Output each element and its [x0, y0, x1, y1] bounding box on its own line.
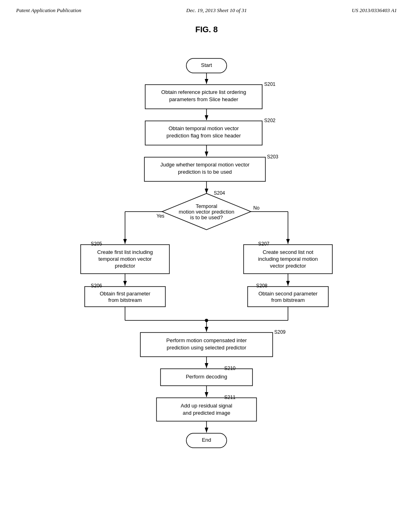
s208-text-line2: from bitstream — [271, 297, 305, 303]
end-label: End — [202, 437, 211, 443]
s211-box — [156, 398, 257, 421]
start-label: Start — [201, 62, 212, 68]
s204-text-line2: motion vector prediction — [179, 209, 234, 215]
s205-text-line2: temporal motion vector — [98, 256, 152, 262]
s210-text: Perform decoding — [186, 374, 227, 380]
s203-step: S203 — [267, 154, 278, 160]
header-left: Patent Application Publication — [16, 7, 81, 14]
diagram-container: Start Obtain reference picture list orde… — [0, 38, 413, 514]
s202-text-line2: prediction flag from slice header — [167, 133, 241, 139]
s209-step: S209 — [274, 329, 286, 335]
s202-step: S202 — [264, 118, 275, 123]
s209-text-line2: prediction using selected predictor — [167, 345, 246, 351]
s203-text-line2: prediction is to be used — [178, 169, 232, 175]
s201-text-line1: Obtain reference picture list ordering — [161, 89, 246, 95]
no-label: No — [253, 205, 260, 211]
s207-step: S207 — [258, 241, 269, 247]
header-right: US 2013/0336403 A1 — [352, 7, 397, 14]
page-header: Patent Application Publication Dec. 19, … — [0, 0, 413, 18]
s207-text-line1: Create second list not — [263, 249, 313, 255]
header-center: Dec. 19, 2013 Sheet 10 of 31 — [186, 7, 247, 14]
s202-text-line1: Obtain temporal motion vector — [169, 125, 239, 131]
s211-text-line1: Add up residual signal — [181, 403, 232, 409]
s210-step: S210 — [224, 366, 236, 371]
s211-text-line2: and predicted image — [183, 410, 230, 416]
s201-text-line2: parameters from Slice header — [169, 96, 238, 102]
s205-text-line1: Create first list including — [97, 249, 153, 255]
s211-step: S211 — [224, 395, 236, 400]
s205-step: S205 — [91, 241, 102, 247]
s209-text-line1: Perform motion compensated inter — [166, 337, 247, 343]
s201-step: S201 — [264, 81, 275, 87]
s203-text-line1: Judge whether temporal motion vector — [160, 162, 250, 168]
s204-text-line3: is to be used? — [190, 214, 223, 220]
figure-title: FIG. 8 — [0, 25, 413, 34]
s207-text-line3: vector predictor — [270, 263, 306, 269]
s204-step: S204 — [214, 190, 225, 196]
s206-text-line2: from bitstream — [108, 297, 142, 303]
s207-text-line2: including temporal motion — [258, 256, 318, 262]
yes-label: Yes — [156, 213, 165, 219]
s208-step: S208 — [256, 283, 267, 289]
s206-text-line1: Obtain first parameter — [100, 291, 150, 297]
s206-step: S206 — [91, 283, 102, 289]
s208-text-line1: Obtain second parameter — [259, 291, 318, 297]
s204-text-line1: Temporal — [196, 203, 217, 209]
s205-text-line3: predictor — [115, 263, 136, 269]
